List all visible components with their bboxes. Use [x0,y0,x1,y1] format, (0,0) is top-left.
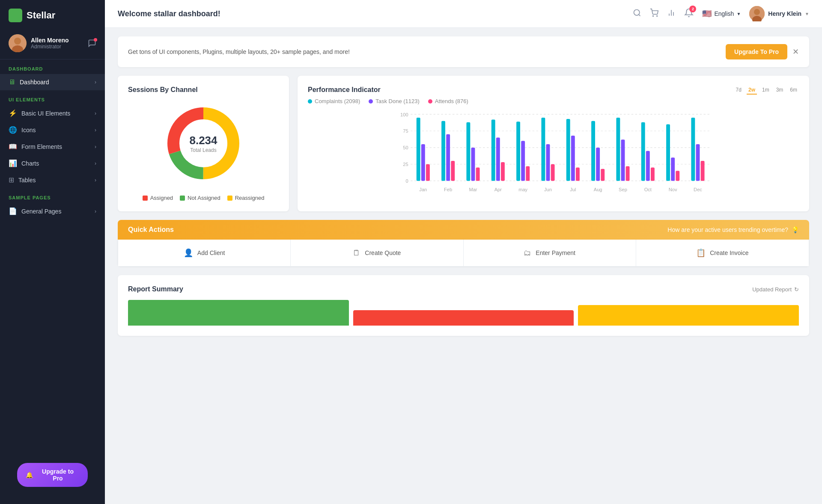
svg-point-3 [634,9,640,15]
sidebar-item-charts[interactable]: 📊 Charts › [0,155,105,172]
svg-text:Nov: Nov [669,187,677,192]
sessions-chart-title: Sessions By Channel [128,86,279,94]
upgrade-pro-button[interactable]: Upgrade To Pro [726,44,787,59]
sidebar-icon-form-elements: 📖 [9,142,17,151]
add-client-button[interactable]: 👤 Add Client [118,240,291,266]
sidebar-section-label: DASHBOARD [0,59,105,74]
donut-total-label: Total Leads [189,147,217,153]
add-client-label: Add Client [197,249,225,256]
banner-text: Get tons of UI components, Plugins, mult… [128,48,350,55]
quick-actions-subtitle: How are your active users trending overt… [667,226,799,233]
legend-dot-assigned [143,196,148,201]
header: Welcome stallar dashboard! [105,0,822,28]
sidebar-item-form-elements[interactable]: 📖 Form Elements › [0,138,105,155]
donut-total-value: 8.234 [189,134,217,147]
sidebar-item-arrow-tables: › [95,177,96,183]
perf-legend-item-2: Attends (876) [428,98,468,104]
svg-rect-57 [616,118,620,181]
create-quote-button[interactable]: 🗒 Create Quote [291,240,463,266]
sidebar-nav: DASHBOARD 🖥 Dashboard › UI ELEMENTS ⚡ Ba… [0,59,105,219]
svg-text:Mar: Mar [469,187,477,192]
notification-badge: 2 [689,6,696,12]
lang-chevron-icon: ▼ [736,12,741,16]
sidebar-item-left: ⚡ Basic UI Elements [9,109,70,117]
language-selector[interactable]: 🇺🇸 English ▼ [702,9,741,18]
user-name: Allen Moreno [31,37,83,44]
sidebar-item-arrow-general-pages: › [95,208,96,214]
sidebar-icon-charts: 📊 [9,159,17,167]
svg-rect-46 [546,144,550,181]
sidebar-label-form-elements: Form Elements [21,143,62,150]
svg-rect-25 [417,118,420,181]
header-user-chevron: ▼ [805,12,809,16]
create-invoice-label: Create Invoice [710,249,748,256]
time-filter-6m[interactable]: 6m [788,86,799,95]
svg-text:Aug: Aug [594,187,602,192]
svg-rect-39 [501,162,505,181]
sidebar-item-tables[interactable]: ⊞ Tables › [0,172,105,188]
svg-rect-42 [521,141,525,181]
sidebar-item-general-pages[interactable]: 📄 General Pages › [0,203,105,219]
legend-label-reassigned: Reassigned [235,195,265,201]
legend-dot-reassigned [227,196,232,201]
sidebar-label-basic-ui: Basic UI Elements [21,110,70,117]
sidebar-item-arrow-form-elements: › [95,144,96,150]
sidebar-item-basic-ui[interactable]: ⚡ Basic UI Elements › [0,105,105,122]
report-bar-2 [353,310,574,326]
sidebar-section-label: UI ELEMENTS [0,90,105,105]
svg-text:Oct: Oct [644,187,652,192]
analytics-icon[interactable] [667,9,676,19]
time-filter-1m[interactable]: 1m [760,86,771,95]
sidebar-item-dashboard[interactable]: 🖥 Dashboard › [0,74,105,90]
svg-text:75: 75 [403,128,408,133]
svg-text:Dec: Dec [694,187,702,192]
svg-rect-27 [426,164,430,181]
charts-row: Sessions By Channel [118,76,809,211]
svg-text:Jan: Jan [419,187,427,192]
time-filter-3m[interactable]: 3m [774,86,785,95]
upgrade-to-pro-button[interactable]: 🔔 Upgrade to Pro [17,463,88,487]
quick-actions-title: Quick Actions [128,226,174,234]
content-area: Get tons of UI components, Plugins, mult… [105,28,822,504]
sidebar-icon-basic-ui: ⚡ [9,109,17,117]
sidebar-item-arrow-dashboard: › [95,79,96,85]
header-avatar [749,6,765,21]
svg-point-4 [653,15,654,16]
legend-dot-not-assigned [180,196,185,201]
logo-text: Stellar [27,10,55,21]
bar-chart: 0255075100JanFebMarAprmayJunJulAugSepOct… [308,110,799,195]
performance-title: Performance Indicator [308,86,381,94]
svg-point-1 [14,38,21,44]
message-icon[interactable] [88,39,96,47]
cart-icon[interactable] [650,9,658,19]
sidebar-label-dashboard: Dashboard [20,79,49,86]
time-filters: 7d2w1m3m6m [734,86,799,95]
svg-rect-70 [696,144,700,181]
sidebar-item-arrow-charts: › [95,160,96,166]
svg-rect-38 [496,138,500,181]
quick-actions-body: 👤 Add Client🗒 Create Quote🗂 Enter Paymen… [118,240,809,267]
search-icon[interactable] [633,9,641,19]
header-user[interactable]: Henry Klein ▼ [749,6,809,21]
notifications-icon[interactable]: 2 [684,8,694,20]
svg-rect-26 [421,144,425,181]
time-filter-2w[interactable]: 2w [747,86,757,95]
report-header: Report Summary Updated Report ↻ [128,285,799,293]
perf-legend-dot-0 [308,99,312,104]
enter-payment-button[interactable]: 🗂 Enter Payment [464,240,636,266]
sidebar-item-icons[interactable]: 🌐 Icons › [0,122,105,138]
sidebar-logo: Stellar [0,0,105,29]
sessions-chart-card: Sessions By Channel [118,76,289,211]
banner-close-button[interactable]: ✕ [792,47,799,56]
sidebar-item-left: 🌐 Icons [9,126,36,134]
create-invoice-button[interactable]: 📋 Create Invoice [636,240,809,266]
svg-rect-61 [641,122,645,181]
donut-legend: Assigned Not Assigned Reassigned [143,195,265,201]
refresh-icon[interactable]: ↻ [794,286,799,293]
upgrade-icon: 🔔 [26,471,33,478]
create-quote-label: Create Quote [365,249,401,256]
sidebar-icon-general-pages: 📄 [9,207,17,215]
perf-legend-dot-1 [369,99,373,104]
legend-assigned: Assigned [143,195,173,201]
time-filter-7d[interactable]: 7d [734,86,743,95]
